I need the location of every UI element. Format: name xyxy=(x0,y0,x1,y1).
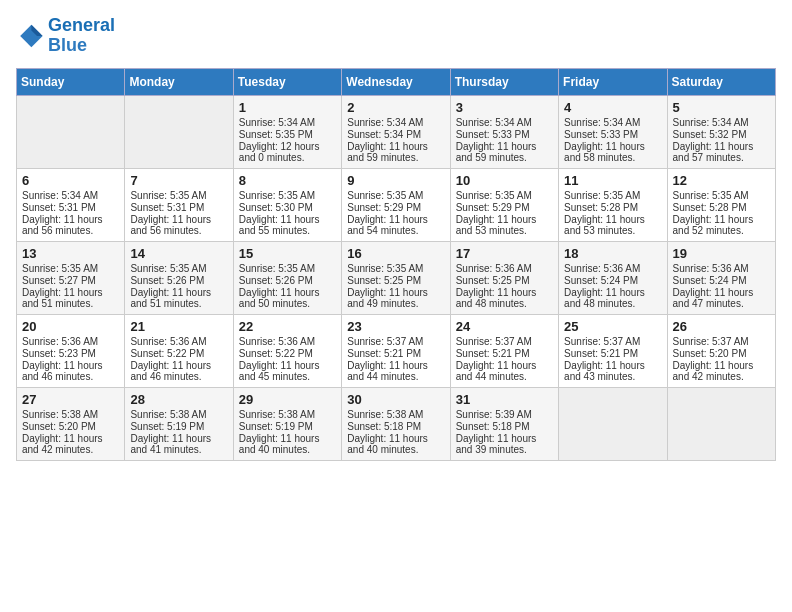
day-info: Sunrise: 5:34 AM xyxy=(347,117,444,128)
day-number: 20 xyxy=(22,319,119,334)
day-info: Sunrise: 5:34 AM xyxy=(456,117,553,128)
day-info: Daylight: 11 hours and 45 minutes. xyxy=(239,360,336,382)
day-number: 25 xyxy=(564,319,661,334)
weekday-thursday: Thursday xyxy=(450,68,558,95)
calendar-cell: 25Sunrise: 5:37 AMSunset: 5:21 PMDayligh… xyxy=(559,314,667,387)
day-info: Sunset: 5:18 PM xyxy=(347,421,444,432)
day-info: Sunset: 5:34 PM xyxy=(347,129,444,140)
day-info: Sunrise: 5:38 AM xyxy=(239,409,336,420)
day-info: Daylight: 11 hours and 44 minutes. xyxy=(456,360,553,382)
day-number: 1 xyxy=(239,100,336,115)
calendar-cell xyxy=(667,387,775,460)
day-info: Sunset: 5:31 PM xyxy=(130,202,227,213)
day-info: Daylight: 11 hours and 56 minutes. xyxy=(22,214,119,236)
day-info: Daylight: 11 hours and 51 minutes. xyxy=(22,287,119,309)
day-info: Daylight: 11 hours and 59 minutes. xyxy=(347,141,444,163)
day-info: Sunrise: 5:37 AM xyxy=(673,336,770,347)
day-number: 26 xyxy=(673,319,770,334)
day-info: Sunset: 5:29 PM xyxy=(347,202,444,213)
day-info: Sunrise: 5:34 AM xyxy=(673,117,770,128)
day-info: Sunset: 5:33 PM xyxy=(456,129,553,140)
day-info: Sunrise: 5:36 AM xyxy=(673,263,770,274)
day-info: Sunrise: 5:35 AM xyxy=(347,263,444,274)
calendar-cell: 4Sunrise: 5:34 AMSunset: 5:33 PMDaylight… xyxy=(559,95,667,168)
day-info: Daylight: 11 hours and 46 minutes. xyxy=(22,360,119,382)
day-info: Daylight: 11 hours and 54 minutes. xyxy=(347,214,444,236)
day-number: 5 xyxy=(673,100,770,115)
day-info: Sunset: 5:28 PM xyxy=(564,202,661,213)
day-info: Sunset: 5:21 PM xyxy=(347,348,444,359)
day-info: Sunset: 5:19 PM xyxy=(239,421,336,432)
calendar-cell: 14Sunrise: 5:35 AMSunset: 5:26 PMDayligh… xyxy=(125,241,233,314)
day-info: Sunrise: 5:36 AM xyxy=(456,263,553,274)
day-info: Daylight: 11 hours and 55 minutes. xyxy=(239,214,336,236)
calendar-cell: 3Sunrise: 5:34 AMSunset: 5:33 PMDaylight… xyxy=(450,95,558,168)
day-info: Sunrise: 5:35 AM xyxy=(347,190,444,201)
day-info: Sunset: 5:33 PM xyxy=(564,129,661,140)
day-number: 14 xyxy=(130,246,227,261)
day-info: Daylight: 11 hours and 51 minutes. xyxy=(130,287,227,309)
day-info: Daylight: 11 hours and 52 minutes. xyxy=(673,214,770,236)
day-info: Sunrise: 5:35 AM xyxy=(239,190,336,201)
calendar-cell: 28Sunrise: 5:38 AMSunset: 5:19 PMDayligh… xyxy=(125,387,233,460)
day-info: Daylight: 11 hours and 43 minutes. xyxy=(564,360,661,382)
calendar-cell xyxy=(125,95,233,168)
calendar-cell: 27Sunrise: 5:38 AMSunset: 5:20 PMDayligh… xyxy=(17,387,125,460)
day-info: Sunset: 5:22 PM xyxy=(239,348,336,359)
calendar-cell: 12Sunrise: 5:35 AMSunset: 5:28 PMDayligh… xyxy=(667,168,775,241)
day-info: Sunrise: 5:36 AM xyxy=(564,263,661,274)
calendar-cell xyxy=(17,95,125,168)
day-info: Sunset: 5:30 PM xyxy=(239,202,336,213)
calendar-cell: 8Sunrise: 5:35 AMSunset: 5:30 PMDaylight… xyxy=(233,168,341,241)
day-info: Sunrise: 5:38 AM xyxy=(347,409,444,420)
week-row-4: 20Sunrise: 5:36 AMSunset: 5:23 PMDayligh… xyxy=(17,314,776,387)
day-info: Sunset: 5:21 PM xyxy=(456,348,553,359)
day-info: Sunrise: 5:35 AM xyxy=(673,190,770,201)
day-info: Sunset: 5:25 PM xyxy=(347,275,444,286)
day-number: 27 xyxy=(22,392,119,407)
calendar-body: 1Sunrise: 5:34 AMSunset: 5:35 PMDaylight… xyxy=(17,95,776,460)
calendar-cell: 23Sunrise: 5:37 AMSunset: 5:21 PMDayligh… xyxy=(342,314,450,387)
day-info: Daylight: 11 hours and 49 minutes. xyxy=(347,287,444,309)
day-number: 17 xyxy=(456,246,553,261)
calendar-cell: 1Sunrise: 5:34 AMSunset: 5:35 PMDaylight… xyxy=(233,95,341,168)
calendar-cell: 22Sunrise: 5:36 AMSunset: 5:22 PMDayligh… xyxy=(233,314,341,387)
day-info: Daylight: 11 hours and 56 minutes. xyxy=(130,214,227,236)
day-info: Sunset: 5:24 PM xyxy=(564,275,661,286)
day-info: Sunset: 5:23 PM xyxy=(22,348,119,359)
day-info: Sunset: 5:26 PM xyxy=(130,275,227,286)
day-number: 18 xyxy=(564,246,661,261)
calendar-cell: 17Sunrise: 5:36 AMSunset: 5:25 PMDayligh… xyxy=(450,241,558,314)
day-number: 16 xyxy=(347,246,444,261)
day-info: Daylight: 11 hours and 40 minutes. xyxy=(347,433,444,455)
calendar-cell: 11Sunrise: 5:35 AMSunset: 5:28 PMDayligh… xyxy=(559,168,667,241)
day-number: 29 xyxy=(239,392,336,407)
day-info: Sunset: 5:32 PM xyxy=(673,129,770,140)
day-info: Daylight: 11 hours and 50 minutes. xyxy=(239,287,336,309)
day-number: 28 xyxy=(130,392,227,407)
calendar-cell: 30Sunrise: 5:38 AMSunset: 5:18 PMDayligh… xyxy=(342,387,450,460)
logo-icon xyxy=(16,22,44,50)
day-info: Sunrise: 5:36 AM xyxy=(22,336,119,347)
logo-line1: General xyxy=(48,15,115,35)
day-info: Sunset: 5:22 PM xyxy=(130,348,227,359)
day-info: Daylight: 11 hours and 58 minutes. xyxy=(564,141,661,163)
day-info: Sunrise: 5:38 AM xyxy=(22,409,119,420)
day-info: Daylight: 11 hours and 40 minutes. xyxy=(239,433,336,455)
day-number: 4 xyxy=(564,100,661,115)
day-info: Daylight: 12 hours and 0 minutes. xyxy=(239,141,336,163)
day-info: Sunrise: 5:35 AM xyxy=(456,190,553,201)
day-info: Sunset: 5:19 PM xyxy=(130,421,227,432)
calendar-cell: 31Sunrise: 5:39 AMSunset: 5:18 PMDayligh… xyxy=(450,387,558,460)
day-info: Daylight: 11 hours and 47 minutes. xyxy=(673,287,770,309)
logo: General Blue xyxy=(16,16,115,56)
day-info: Sunrise: 5:36 AM xyxy=(239,336,336,347)
day-info: Sunset: 5:20 PM xyxy=(673,348,770,359)
day-number: 15 xyxy=(239,246,336,261)
day-number: 23 xyxy=(347,319,444,334)
day-info: Daylight: 11 hours and 44 minutes. xyxy=(347,360,444,382)
day-info: Sunset: 5:20 PM xyxy=(22,421,119,432)
day-info: Sunset: 5:26 PM xyxy=(239,275,336,286)
day-number: 11 xyxy=(564,173,661,188)
day-number: 13 xyxy=(22,246,119,261)
